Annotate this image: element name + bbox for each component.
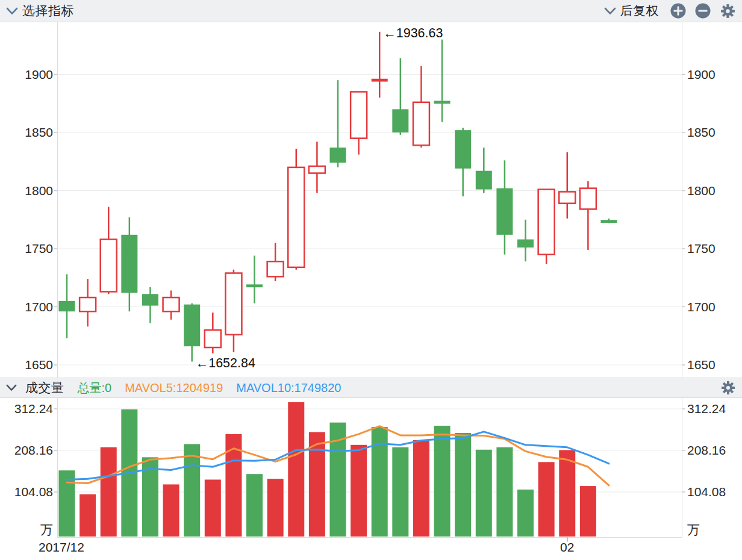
volume-toolbar: 成交量 总量:0 MAVOL5:1204919 MAVOL10:1749820: [0, 378, 742, 398]
total-volume-label: 总量:0: [78, 380, 112, 396]
top-toolbar: 选择指标 后复权: [0, 0, 742, 22]
indicator-selector-label: 选择指标: [22, 2, 74, 19]
volume-chart[interactable]: 104.08104.08208.16208.16312.24312.24万万20…: [0, 398, 742, 560]
svg-text:02: 02: [560, 540, 574, 554]
gear-icon: [720, 3, 736, 19]
volume-pane-title: 成交量: [25, 379, 64, 396]
mavol5-label: MAVOL5:1204919: [125, 381, 223, 395]
svg-text:1800: 1800: [687, 184, 716, 198]
volume-settings-button[interactable]: [720, 380, 736, 396]
volume-indicator-selector[interactable]: 成交量: [6, 379, 64, 396]
chevron-down-icon: [6, 7, 18, 15]
svg-text:208.16: 208.16: [687, 443, 726, 457]
adjust-mode-label: 后复权: [620, 2, 659, 19]
svg-text:104.08: 104.08: [14, 485, 53, 499]
chevron-down-icon: [604, 7, 616, 15]
svg-text:1900: 1900: [687, 67, 716, 81]
svg-text:104.08: 104.08: [687, 485, 726, 499]
svg-text:1850: 1850: [25, 125, 53, 139]
minus-circle-icon: [695, 3, 711, 19]
svg-text:万: 万: [40, 523, 53, 537]
svg-text:1750: 1750: [687, 241, 716, 255]
zoom-in-button[interactable]: [670, 3, 686, 19]
svg-text:1650: 1650: [25, 358, 53, 372]
svg-text:1750: 1750: [25, 241, 53, 255]
zoom-out-button[interactable]: [695, 3, 711, 19]
svg-text:1650: 1650: [687, 358, 716, 372]
indicator-selector[interactable]: 选择指标: [6, 2, 74, 19]
plus-circle-icon: [670, 3, 686, 19]
chevron-down-icon: [6, 384, 17, 391]
svg-text:1900: 1900: [25, 67, 53, 81]
svg-text:1700: 1700: [687, 300, 716, 314]
svg-text:2017/12: 2017/12: [39, 540, 84, 554]
svg-text:1700: 1700: [25, 300, 53, 314]
svg-text:←1936.63: ←1936.63: [383, 26, 443, 40]
settings-button[interactable]: [720, 3, 736, 19]
mavol10-label: MAVOL10:1749820: [236, 381, 341, 395]
adjust-mode-selector[interactable]: 后复权: [604, 2, 659, 19]
svg-text:1850: 1850: [687, 125, 716, 139]
svg-text:208.16: 208.16: [14, 443, 53, 457]
svg-text:万: 万: [687, 523, 700, 537]
svg-text:312.24: 312.24: [687, 402, 726, 415]
svg-text:1800: 1800: [25, 184, 53, 198]
svg-text:←1652.84: ←1652.84: [196, 356, 255, 370]
svg-text:312.24: 312.24: [14, 402, 54, 415]
gear-icon: [720, 380, 736, 396]
price-chart[interactable]: 1650165017001700175017501800180018501850…: [0, 22, 742, 378]
